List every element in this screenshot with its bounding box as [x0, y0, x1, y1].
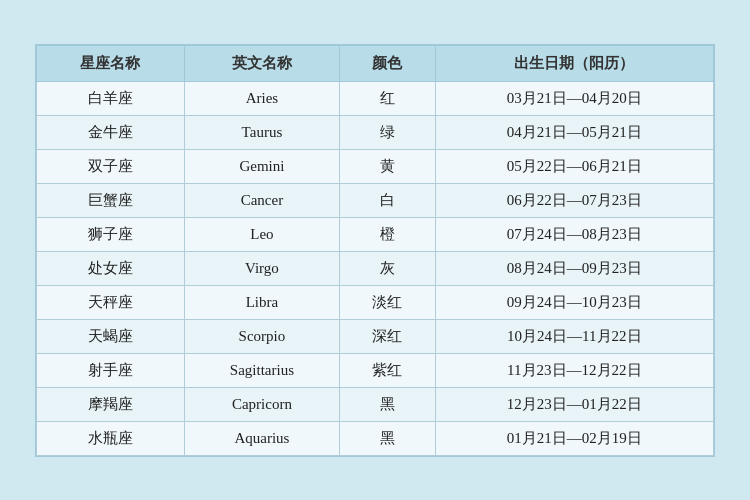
- cell-color: 绿: [339, 115, 435, 149]
- table-row: 白羊座Aries红03月21日—04月20日: [37, 81, 714, 115]
- cell-color: 淡红: [339, 285, 435, 319]
- cell-color: 黑: [339, 421, 435, 455]
- cell-color: 灰: [339, 251, 435, 285]
- cell-dates: 09月24日—10月23日: [435, 285, 713, 319]
- cell-dates: 03月21日—04月20日: [435, 81, 713, 115]
- cell-dates: 06月22日—07月23日: [435, 183, 713, 217]
- zodiac-table-container: 星座名称 英文名称 颜色 出生日期（阳历） 白羊座Aries红03月21日—04…: [35, 44, 715, 457]
- cell-dates: 08月24日—09月23日: [435, 251, 713, 285]
- cell-english-name: Scorpio: [184, 319, 339, 353]
- cell-chinese-name: 摩羯座: [37, 387, 185, 421]
- cell-english-name: Gemini: [184, 149, 339, 183]
- cell-english-name: Aries: [184, 81, 339, 115]
- cell-english-name: Taurus: [184, 115, 339, 149]
- table-row: 狮子座Leo橙07月24日—08月23日: [37, 217, 714, 251]
- cell-english-name: Leo: [184, 217, 339, 251]
- table-row: 水瓶座Aquarius黑01月21日—02月19日: [37, 421, 714, 455]
- table-row: 天秤座Libra淡红09月24日—10月23日: [37, 285, 714, 319]
- table-row: 双子座Gemini黄05月22日—06月21日: [37, 149, 714, 183]
- cell-chinese-name: 水瓶座: [37, 421, 185, 455]
- cell-dates: 12月23日—01月22日: [435, 387, 713, 421]
- cell-chinese-name: 射手座: [37, 353, 185, 387]
- cell-english-name: Sagittarius: [184, 353, 339, 387]
- table-row: 巨蟹座Cancer白06月22日—07月23日: [37, 183, 714, 217]
- cell-dates: 11月23日—12月22日: [435, 353, 713, 387]
- cell-color: 橙: [339, 217, 435, 251]
- table-row: 金牛座Taurus绿04月21日—05月21日: [37, 115, 714, 149]
- table-row: 摩羯座Capricorn黑12月23日—01月22日: [37, 387, 714, 421]
- cell-chinese-name: 双子座: [37, 149, 185, 183]
- cell-color: 红: [339, 81, 435, 115]
- cell-chinese-name: 处女座: [37, 251, 185, 285]
- cell-dates: 07月24日—08月23日: [435, 217, 713, 251]
- table-row: 处女座Virgo灰08月24日—09月23日: [37, 251, 714, 285]
- zodiac-table: 星座名称 英文名称 颜色 出生日期（阳历） 白羊座Aries红03月21日—04…: [36, 45, 714, 456]
- header-color: 颜色: [339, 45, 435, 81]
- cell-color: 黄: [339, 149, 435, 183]
- cell-color: 紫红: [339, 353, 435, 387]
- table-body: 白羊座Aries红03月21日—04月20日金牛座Taurus绿04月21日—0…: [37, 81, 714, 455]
- cell-color: 深红: [339, 319, 435, 353]
- cell-dates: 10月24日—11月22日: [435, 319, 713, 353]
- cell-english-name: Cancer: [184, 183, 339, 217]
- cell-english-name: Libra: [184, 285, 339, 319]
- cell-english-name: Virgo: [184, 251, 339, 285]
- cell-chinese-name: 天蝎座: [37, 319, 185, 353]
- cell-chinese-name: 天秤座: [37, 285, 185, 319]
- cell-chinese-name: 巨蟹座: [37, 183, 185, 217]
- header-english-name: 英文名称: [184, 45, 339, 81]
- cell-chinese-name: 金牛座: [37, 115, 185, 149]
- cell-dates: 04月21日—05月21日: [435, 115, 713, 149]
- header-dates: 出生日期（阳历）: [435, 45, 713, 81]
- table-header-row: 星座名称 英文名称 颜色 出生日期（阳历）: [37, 45, 714, 81]
- table-row: 天蝎座Scorpio深红10月24日—11月22日: [37, 319, 714, 353]
- header-chinese-name: 星座名称: [37, 45, 185, 81]
- cell-dates: 01月21日—02月19日: [435, 421, 713, 455]
- cell-english-name: Aquarius: [184, 421, 339, 455]
- cell-color: 黑: [339, 387, 435, 421]
- cell-color: 白: [339, 183, 435, 217]
- cell-english-name: Capricorn: [184, 387, 339, 421]
- cell-dates: 05月22日—06月21日: [435, 149, 713, 183]
- table-row: 射手座Sagittarius紫红11月23日—12月22日: [37, 353, 714, 387]
- cell-chinese-name: 狮子座: [37, 217, 185, 251]
- cell-chinese-name: 白羊座: [37, 81, 185, 115]
